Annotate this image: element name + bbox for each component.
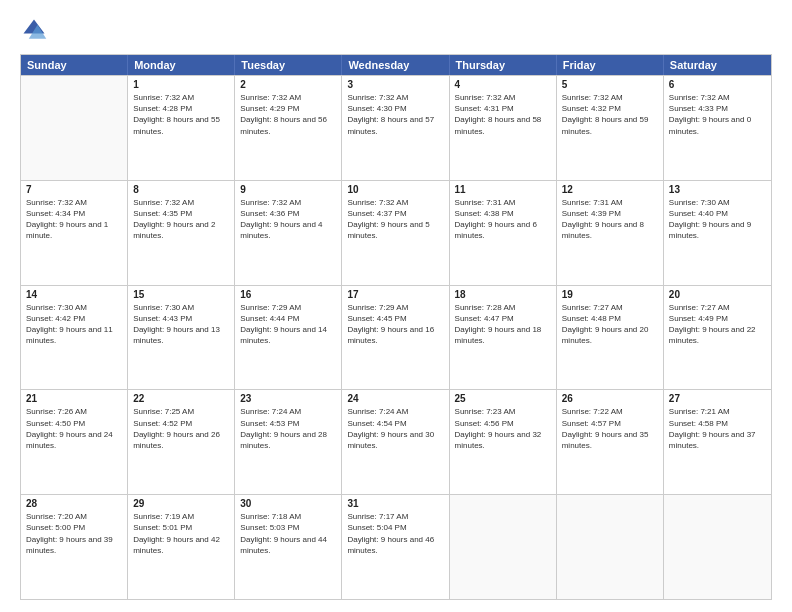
calendar-cell (450, 495, 557, 599)
cell-info: Sunrise: 7:32 AMSunset: 4:37 PMDaylight:… (347, 197, 443, 242)
calendar-cell: 17Sunrise: 7:29 AMSunset: 4:45 PMDayligh… (342, 286, 449, 390)
calendar-cell: 31Sunrise: 7:17 AMSunset: 5:04 PMDayligh… (342, 495, 449, 599)
day-number: 3 (347, 79, 443, 90)
cell-info: Sunrise: 7:29 AMSunset: 4:44 PMDaylight:… (240, 302, 336, 347)
calendar-cell: 29Sunrise: 7:19 AMSunset: 5:01 PMDayligh… (128, 495, 235, 599)
calendar-cell: 1Sunrise: 7:32 AMSunset: 4:28 PMDaylight… (128, 76, 235, 180)
calendar-cell: 6Sunrise: 7:32 AMSunset: 4:33 PMDaylight… (664, 76, 771, 180)
calendar-row: 1Sunrise: 7:32 AMSunset: 4:28 PMDaylight… (21, 75, 771, 180)
cell-info: Sunrise: 7:32 AMSunset: 4:29 PMDaylight:… (240, 92, 336, 137)
calendar-row: 21Sunrise: 7:26 AMSunset: 4:50 PMDayligh… (21, 389, 771, 494)
day-number: 9 (240, 184, 336, 195)
calendar-cell: 16Sunrise: 7:29 AMSunset: 4:44 PMDayligh… (235, 286, 342, 390)
day-number: 7 (26, 184, 122, 195)
calendar-cell: 14Sunrise: 7:30 AMSunset: 4:42 PMDayligh… (21, 286, 128, 390)
calendar-cell: 13Sunrise: 7:30 AMSunset: 4:40 PMDayligh… (664, 181, 771, 285)
cell-info: Sunrise: 7:30 AMSunset: 4:40 PMDaylight:… (669, 197, 766, 242)
logo (20, 16, 52, 44)
calendar-cell: 18Sunrise: 7:28 AMSunset: 4:47 PMDayligh… (450, 286, 557, 390)
cell-info: Sunrise: 7:32 AMSunset: 4:35 PMDaylight:… (133, 197, 229, 242)
day-number: 8 (133, 184, 229, 195)
day-number: 13 (669, 184, 766, 195)
calendar-cell: 26Sunrise: 7:22 AMSunset: 4:57 PMDayligh… (557, 390, 664, 494)
day-number: 22 (133, 393, 229, 404)
calendar-cell: 3Sunrise: 7:32 AMSunset: 4:30 PMDaylight… (342, 76, 449, 180)
day-number: 30 (240, 498, 336, 509)
calendar-row: 7Sunrise: 7:32 AMSunset: 4:34 PMDaylight… (21, 180, 771, 285)
calendar-cell: 20Sunrise: 7:27 AMSunset: 4:49 PMDayligh… (664, 286, 771, 390)
calendar-cell: 8Sunrise: 7:32 AMSunset: 4:35 PMDaylight… (128, 181, 235, 285)
day-header-thursday: Thursday (450, 55, 557, 75)
calendar: SundayMondayTuesdayWednesdayThursdayFrid… (20, 54, 772, 600)
calendar-row: 14Sunrise: 7:30 AMSunset: 4:42 PMDayligh… (21, 285, 771, 390)
cell-info: Sunrise: 7:31 AMSunset: 4:38 PMDaylight:… (455, 197, 551, 242)
day-number: 28 (26, 498, 122, 509)
calendar-cell: 10Sunrise: 7:32 AMSunset: 4:37 PMDayligh… (342, 181, 449, 285)
cell-info: Sunrise: 7:32 AMSunset: 4:34 PMDaylight:… (26, 197, 122, 242)
calendar-row: 28Sunrise: 7:20 AMSunset: 5:00 PMDayligh… (21, 494, 771, 599)
header (20, 16, 772, 44)
cell-info: Sunrise: 7:30 AMSunset: 4:42 PMDaylight:… (26, 302, 122, 347)
day-number: 21 (26, 393, 122, 404)
day-number: 23 (240, 393, 336, 404)
cell-info: Sunrise: 7:32 AMSunset: 4:32 PMDaylight:… (562, 92, 658, 137)
day-number: 19 (562, 289, 658, 300)
cell-info: Sunrise: 7:30 AMSunset: 4:43 PMDaylight:… (133, 302, 229, 347)
cell-info: Sunrise: 7:29 AMSunset: 4:45 PMDaylight:… (347, 302, 443, 347)
calendar-cell (557, 495, 664, 599)
cell-info: Sunrise: 7:32 AMSunset: 4:30 PMDaylight:… (347, 92, 443, 137)
day-number: 14 (26, 289, 122, 300)
day-header-friday: Friday (557, 55, 664, 75)
cell-info: Sunrise: 7:32 AMSunset: 4:33 PMDaylight:… (669, 92, 766, 137)
cell-info: Sunrise: 7:27 AMSunset: 4:49 PMDaylight:… (669, 302, 766, 347)
day-number: 20 (669, 289, 766, 300)
cell-info: Sunrise: 7:31 AMSunset: 4:39 PMDaylight:… (562, 197, 658, 242)
day-number: 1 (133, 79, 229, 90)
calendar-cell: 7Sunrise: 7:32 AMSunset: 4:34 PMDaylight… (21, 181, 128, 285)
day-number: 29 (133, 498, 229, 509)
day-number: 25 (455, 393, 551, 404)
cell-info: Sunrise: 7:24 AMSunset: 4:53 PMDaylight:… (240, 406, 336, 451)
day-header-tuesday: Tuesday (235, 55, 342, 75)
calendar-cell: 24Sunrise: 7:24 AMSunset: 4:54 PMDayligh… (342, 390, 449, 494)
cell-info: Sunrise: 7:17 AMSunset: 5:04 PMDaylight:… (347, 511, 443, 556)
day-number: 10 (347, 184, 443, 195)
cell-info: Sunrise: 7:25 AMSunset: 4:52 PMDaylight:… (133, 406, 229, 451)
day-number: 16 (240, 289, 336, 300)
calendar-cell: 15Sunrise: 7:30 AMSunset: 4:43 PMDayligh… (128, 286, 235, 390)
calendar-cell: 25Sunrise: 7:23 AMSunset: 4:56 PMDayligh… (450, 390, 557, 494)
calendar-cell: 19Sunrise: 7:27 AMSunset: 4:48 PMDayligh… (557, 286, 664, 390)
cell-info: Sunrise: 7:24 AMSunset: 4:54 PMDaylight:… (347, 406, 443, 451)
calendar-cell: 9Sunrise: 7:32 AMSunset: 4:36 PMDaylight… (235, 181, 342, 285)
calendar-cell: 30Sunrise: 7:18 AMSunset: 5:03 PMDayligh… (235, 495, 342, 599)
calendar-cell: 4Sunrise: 7:32 AMSunset: 4:31 PMDaylight… (450, 76, 557, 180)
calendar-body: 1Sunrise: 7:32 AMSunset: 4:28 PMDaylight… (21, 75, 771, 599)
day-number: 15 (133, 289, 229, 300)
calendar-cell: 22Sunrise: 7:25 AMSunset: 4:52 PMDayligh… (128, 390, 235, 494)
day-number: 6 (669, 79, 766, 90)
cell-info: Sunrise: 7:26 AMSunset: 4:50 PMDaylight:… (26, 406, 122, 451)
day-number: 31 (347, 498, 443, 509)
day-header-saturday: Saturday (664, 55, 771, 75)
cell-info: Sunrise: 7:18 AMSunset: 5:03 PMDaylight:… (240, 511, 336, 556)
cell-info: Sunrise: 7:19 AMSunset: 5:01 PMDaylight:… (133, 511, 229, 556)
cell-info: Sunrise: 7:28 AMSunset: 4:47 PMDaylight:… (455, 302, 551, 347)
calendar-cell: 28Sunrise: 7:20 AMSunset: 5:00 PMDayligh… (21, 495, 128, 599)
cell-info: Sunrise: 7:32 AMSunset: 4:28 PMDaylight:… (133, 92, 229, 137)
cell-info: Sunrise: 7:32 AMSunset: 4:31 PMDaylight:… (455, 92, 551, 137)
day-header-monday: Monday (128, 55, 235, 75)
calendar-cell: 23Sunrise: 7:24 AMSunset: 4:53 PMDayligh… (235, 390, 342, 494)
day-number: 17 (347, 289, 443, 300)
day-header-wednesday: Wednesday (342, 55, 449, 75)
calendar-cell (664, 495, 771, 599)
cell-info: Sunrise: 7:23 AMSunset: 4:56 PMDaylight:… (455, 406, 551, 451)
day-number: 18 (455, 289, 551, 300)
calendar-cell: 12Sunrise: 7:31 AMSunset: 4:39 PMDayligh… (557, 181, 664, 285)
cell-info: Sunrise: 7:20 AMSunset: 5:00 PMDaylight:… (26, 511, 122, 556)
logo-icon (20, 16, 48, 44)
calendar-cell: 21Sunrise: 7:26 AMSunset: 4:50 PMDayligh… (21, 390, 128, 494)
day-header-sunday: Sunday (21, 55, 128, 75)
cell-info: Sunrise: 7:27 AMSunset: 4:48 PMDaylight:… (562, 302, 658, 347)
day-number: 2 (240, 79, 336, 90)
calendar-header: SundayMondayTuesdayWednesdayThursdayFrid… (21, 55, 771, 75)
